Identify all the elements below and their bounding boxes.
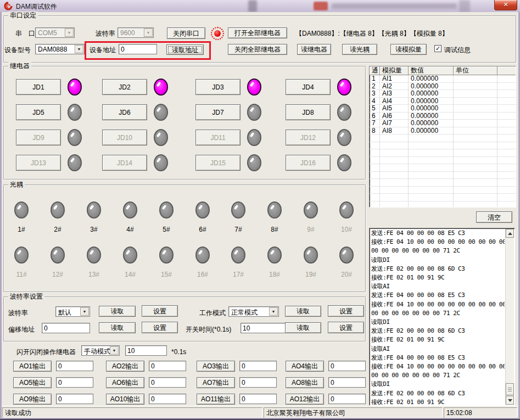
read-opto-button[interactable]: 读光耦: [342, 44, 377, 55]
relay-button[interactable]: JD4: [286, 79, 331, 95]
ao-output-button[interactable]: AO3输出: [197, 361, 235, 372]
ao-cell: AO7输出: [197, 377, 284, 389]
flash-mode-select[interactable]: 手动模式 ▼: [81, 345, 120, 356]
ao-output-button[interactable]: AO1输出: [13, 361, 52, 372]
debug-info-checkbox[interactable]: [434, 45, 441, 52]
ao-cell: AO4输出: [286, 361, 373, 373]
scroll-down-button[interactable]: [506, 396, 514, 405]
ao-output-button[interactable]: AO10输出: [106, 394, 144, 405]
relay-button[interactable]: JD1: [16, 79, 61, 95]
relay-button[interactable]: JD12: [286, 130, 331, 145]
ao-output-button[interactable]: AO12输出: [286, 394, 324, 405]
ao-output-button[interactable]: AO5输出: [13, 377, 52, 388]
relay-button[interactable]: JD11: [195, 130, 241, 145]
ao-output-button[interactable]: AO2输出: [106, 361, 144, 372]
offset-read-button[interactable]: 读取: [99, 322, 136, 333]
table-row[interactable]: 5 AI5 0.000000: [370, 105, 516, 113]
ao-output-button[interactable]: AO7输出: [197, 377, 235, 388]
ao-cell: AO8输出: [286, 377, 373, 389]
opto-led-indicator: [231, 201, 245, 219]
header-channel[interactable]: 通: [370, 66, 380, 75]
opto-cell: 18#: [262, 247, 287, 296]
offset-address-input[interactable]: [42, 323, 90, 333]
work-mode-set-button[interactable]: 设置: [328, 305, 364, 317]
switch-time-set-button[interactable]: 设置: [328, 322, 364, 333]
table-row[interactable]: 1 AI1 0.000000: [370, 75, 516, 83]
ao-value-input[interactable]: [239, 394, 277, 404]
model-select[interactable]: DAM0888 ▼: [35, 44, 85, 54]
header-value[interactable]: 数值: [409, 66, 454, 75]
table-row[interactable]: 8 AI8 0.000000: [370, 127, 516, 135]
close-button[interactable]: ✕: [494, 0, 517, 10]
relay-button[interactable]: JD15: [195, 155, 241, 171]
ao-value-input[interactable]: [149, 361, 186, 371]
open-all-relays-button[interactable]: 打开全部继电器: [228, 27, 287, 38]
switch-time-read-button[interactable]: 读取: [285, 322, 321, 333]
ao-output-button[interactable]: AO9输出: [13, 394, 52, 405]
ao-value-input[interactable]: [239, 361, 277, 371]
flash-time-input[interactable]: [125, 345, 167, 356]
ao-value-input[interactable]: [56, 394, 93, 404]
ao-output-button[interactable]: AO4输出: [286, 361, 324, 372]
relay-cell: JD1: [16, 78, 98, 96]
baud-select[interactable]: 9600 ▼: [118, 27, 154, 38]
scroll-thumb[interactable]: [506, 383, 514, 395]
ao-output-button[interactable]: AO8输出: [286, 377, 324, 388]
baud-read-button[interactable]: 读取: [99, 306, 136, 317]
table-row[interactable]: 3 AI3 0.000000: [370, 90, 516, 98]
relay-button[interactable]: JD9: [16, 130, 61, 145]
baud-rate-select[interactable]: 默认 ▼: [55, 306, 90, 317]
ao-value-input[interactable]: [56, 377, 93, 388]
relay-cell: JD9: [16, 128, 98, 147]
ao-value-input[interactable]: [149, 377, 186, 388]
read-address-button[interactable]: 读取地址: [166, 44, 204, 55]
relay-button[interactable]: JD16: [286, 155, 331, 171]
ao-value-input[interactable]: [328, 361, 366, 371]
opto-channel-label: 7#: [226, 226, 250, 233]
relay-led-indicator: [154, 129, 168, 146]
ao-value-input[interactable]: [328, 377, 366, 388]
read-relay-button[interactable]: 读继电器: [297, 44, 331, 55]
opto-led-indicator: [195, 201, 210, 219]
relay-button[interactable]: JD6: [102, 104, 147, 120]
read-analog-button[interactable]: 读模拟量: [390, 44, 427, 55]
table-row[interactable]: 7 AI7 0.000000: [370, 120, 516, 127]
close-port-button[interactable]: 关闭串口: [167, 27, 205, 39]
table-row[interactable]: 4 AI4 0.000000: [370, 98, 516, 105]
ao-output-button[interactable]: AO11输出: [197, 394, 235, 405]
table-row[interactable]: 6 AI6 0.000000: [370, 113, 516, 120]
ao-value-input[interactable]: [56, 361, 93, 371]
table-row-empty: [370, 172, 516, 180]
table-row-empty: [370, 135, 516, 142]
log-text[interactable]: 发送:FE 04 00 00 00 08 E5 C3 接收:FE 04 10 0…: [371, 229, 505, 405]
ao-output-button[interactable]: AO6输出: [106, 377, 144, 388]
work-mode-read-button[interactable]: 读取: [285, 306, 321, 317]
header-unit[interactable]: 单位: [454, 66, 497, 75]
relay-button[interactable]: JD10: [102, 130, 147, 145]
work-mode-select[interactable]: 正常模式 ▼: [228, 306, 279, 317]
relay-button[interactable]: JD7: [195, 104, 241, 120]
clear-log-button[interactable]: 清空: [476, 211, 512, 223]
ao-value-input[interactable]: [239, 377, 277, 388]
table-row-empty: [370, 142, 516, 150]
relay-button[interactable]: JD13: [16, 155, 61, 171]
ao-value-input[interactable]: [149, 394, 186, 404]
relay-button[interactable]: JD3: [195, 79, 241, 95]
ao-value-input[interactable]: [328, 394, 366, 404]
relay-button[interactable]: JD14: [102, 155, 147, 171]
log-scrollbar[interactable]: [505, 229, 514, 405]
relay-button[interactable]: JD2: [102, 79, 147, 95]
scroll-up-button[interactable]: [506, 229, 514, 238]
header-analog[interactable]: 模拟量: [380, 66, 409, 75]
table-row-empty: [370, 179, 516, 187]
offset-set-button[interactable]: 设置: [142, 322, 178, 333]
port-open-led-icon: [211, 27, 224, 40]
com-port-select[interactable]: COM5 ▼: [35, 27, 75, 38]
relay-button[interactable]: JD8: [286, 104, 331, 120]
baud-set-button[interactable]: 设置: [142, 305, 178, 317]
switch-time-input[interactable]: [241, 323, 289, 333]
table-row[interactable]: 2 AI2 0.000000: [370, 83, 516, 91]
device-address-input[interactable]: [119, 44, 157, 54]
relay-button[interactable]: JD5: [16, 104, 61, 120]
close-all-relays-button[interactable]: 关闭全部继电器: [228, 44, 287, 55]
